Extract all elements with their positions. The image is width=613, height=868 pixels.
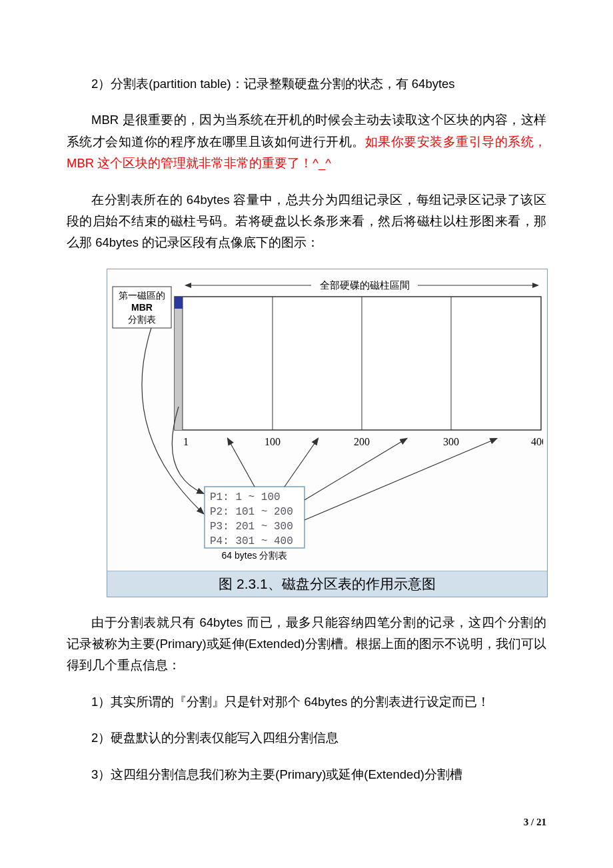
list-item-3: 3）这四组分割信息我们称为主要(Primary)或延伸(Extended)分割槽 [67,764,546,785]
first-sector-line1: 第一磁區的 [119,290,165,301]
page-number: 3 / 21 [524,817,546,828]
arrow-p1 [228,439,255,487]
paragraph-mbr: MBR 是很重要的，因为当系统在开机的时候会主动去读取这个区块的内容，这样系统才… [67,109,546,174]
paragraph-item-2: 2）分割表(partition table)：记录整颗硬盘分割的状态，有 64b… [67,73,546,95]
top-span-text: 全部硬碟的磁柱區間 [320,279,410,291]
paragraph-64bytes-intro: 在分割表所在的 64bytes 容量中，总共分为四组记录区，每组记录区记录了该区… [67,189,546,254]
figure-container: 第一磁區的 MBR 分割表 [107,269,546,597]
pt-row-4: P4: 301 ~ 400 [210,535,293,547]
first-sector-line3: 分割表 [128,314,156,325]
pt-row-1: P1: 1 ~ 100 [210,491,281,503]
tick-400: 400 [531,436,543,447]
partition-diagram-svg: 第一磁區的 MBR 分割表 [111,273,543,567]
figure-border: 第一磁區的 MBR 分割表 [107,269,548,597]
mbr-block [175,297,183,309]
top-span-label: 全部硬碟的磁柱區間 [186,279,538,292]
list-item-2: 2）硬盘默认的分割表仅能写入四组分割信息 [67,727,546,749]
arrow-p2 [285,439,318,487]
tick-300: 300 [443,436,459,447]
partition-table-box: P1: 1 ~ 100 P2: 101 ~ 200 P3: 201 ~ 300 … [205,487,305,561]
arrow-p4 [305,439,496,520]
pt-row-3: P3: 201 ~ 300 [210,521,293,533]
disk-bar [175,297,541,430]
tick-100: 100 [265,436,281,447]
partition-table-block [175,309,183,430]
tick-1: 1 [183,436,189,447]
paragraph-explain: 由于分割表就只有 64bytes 而已，最多只能容纳四笔分割的记录，这四个分割的… [67,612,546,677]
first-sector-label: 第一磁區的 MBR 分割表 [113,287,171,328]
first-sector-line2: MBR [131,302,153,313]
pt-row-2: P2: 101 ~ 200 [210,506,293,518]
pt-title: 64 bytes 分割表 [222,550,288,561]
document-page: 2）分割表(partition table)：记录整颗硬盘分割的状态，有 64b… [0,0,613,868]
list-item-1: 1）其实所谓的『分割』只是针对那个 64bytes 的分割表进行设定而已！ [67,691,546,713]
svg-rect-1 [175,297,541,430]
arrow-p3 [305,439,406,500]
tick-200: 200 [354,436,370,447]
figure-inner: 第一磁區的 MBR 分割表 [107,269,547,571]
figure-caption: 图 2.3.1、磁盘分区表的作用示意图 [107,571,547,597]
